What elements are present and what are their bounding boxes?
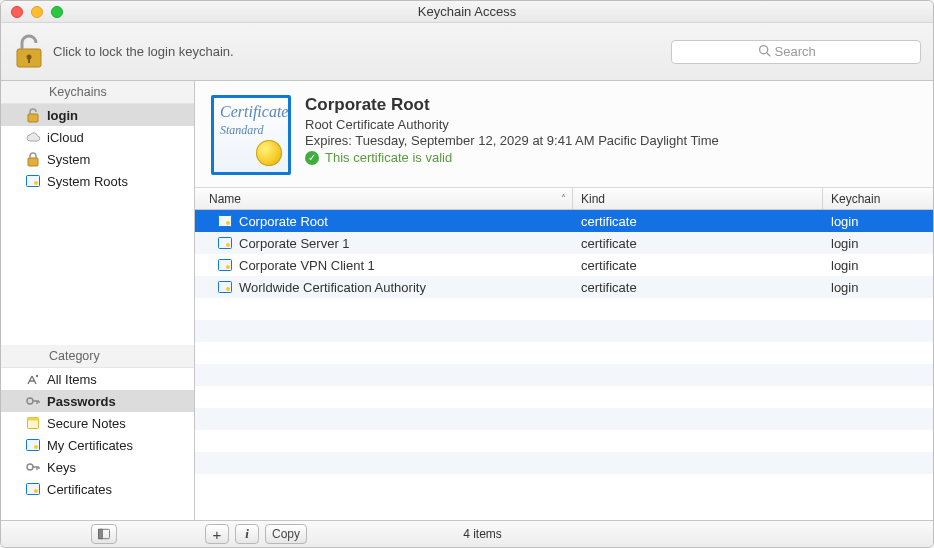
sidebar-item-label: iCloud	[47, 130, 84, 145]
column-keychain[interactable]: Keychain	[823, 188, 933, 209]
sidebar-item-label: Keys	[47, 460, 76, 475]
svg-point-22	[226, 265, 230, 269]
svg-point-13	[34, 445, 38, 449]
sidebar-item-keys[interactable]: Keys	[1, 456, 194, 478]
svg-point-20	[226, 243, 230, 247]
table-row[interactable]: Corporate Rootcertificatelogin	[195, 210, 933, 232]
zoom-window-icon[interactable]	[51, 6, 63, 18]
cell-name-label: Corporate Root	[239, 214, 328, 229]
column-kind[interactable]: Kind	[573, 188, 823, 209]
sidebar-item-my-certificates[interactable]: My Certificates	[1, 434, 194, 456]
sidebar-item-all-items[interactable]: All Items	[1, 368, 194, 390]
sidebar-toggle-button[interactable]	[91, 524, 117, 544]
cell-keychain: login	[823, 258, 933, 273]
sort-ascending-icon: ˄	[561, 193, 566, 204]
toolbar: Click to lock the login keychain.	[1, 23, 933, 81]
copy-button[interactable]: Copy	[265, 524, 307, 544]
lock-label: Click to lock the login keychain.	[53, 44, 234, 59]
window-title: Keychain Access	[1, 4, 933, 19]
sidebar-item-secure-notes[interactable]: Secure Notes	[1, 412, 194, 434]
close-window-icon[interactable]	[11, 6, 23, 18]
titlebar[interactable]: Keychain Access	[1, 1, 933, 23]
certificate-valid-status: ✓ This certificate is valid	[305, 150, 719, 165]
svg-point-7	[34, 181, 38, 185]
item-count-label: 4 items	[463, 527, 502, 541]
sidebar-item-label: login	[47, 108, 78, 123]
cell-name-label: Corporate Server 1	[239, 236, 350, 251]
certificate-icon	[25, 481, 41, 497]
column-keychain-label: Keychain	[831, 192, 880, 206]
table-row[interactable]: Corporate Server 1certificatelogin	[195, 232, 933, 254]
svg-rect-6	[27, 176, 40, 187]
svg-point-18	[226, 221, 230, 225]
certificate-icon	[217, 279, 233, 295]
cell-kind: certificate	[573, 236, 823, 251]
table-row[interactable]: Corporate VPN Client 1certificatelogin	[195, 254, 933, 276]
certificate-expires: Expires: Tuesday, September 12, 2029 at …	[305, 133, 719, 148]
keychains-header: Keychains	[1, 81, 194, 104]
certificate-text: Corporate Root Root Certificate Authorit…	[305, 95, 719, 175]
certificate-badge-icon: CertificateStandard	[211, 95, 291, 175]
search-input[interactable]	[775, 44, 835, 59]
sidebar-item-label: Secure Notes	[47, 416, 126, 431]
note-icon	[25, 415, 41, 431]
badge-line1: Certificate	[220, 103, 288, 120]
svg-rect-15	[27, 484, 40, 495]
badge-line2: Standard	[220, 123, 264, 137]
sidebar-item-login[interactable]: login	[1, 104, 194, 126]
table-row-empty	[195, 342, 933, 364]
seal-icon	[256, 140, 282, 166]
items-table: Name ˄ Kind Keychain Corporate Rootcerti…	[195, 188, 933, 520]
table-body[interactable]: Corporate RootcertificateloginCorporate …	[195, 210, 933, 520]
svg-line-3	[766, 52, 769, 55]
svg-point-14	[27, 464, 33, 470]
cell-name-label: Worldwide Certification Authority	[239, 280, 426, 295]
lock-keychain-button[interactable]: Click to lock the login keychain.	[13, 31, 234, 72]
statusbar: + i Copy 4 items	[1, 521, 933, 547]
svg-rect-23	[219, 282, 232, 293]
svg-point-2	[759, 45, 767, 53]
svg-rect-1	[28, 58, 30, 63]
sidebar-item-label: All Items	[47, 372, 97, 387]
sidebar-item-icloud[interactable]: iCloud	[1, 126, 194, 148]
svg-rect-17	[219, 216, 232, 227]
table-row[interactable]: Worldwide Certification Authoritycertifi…	[195, 276, 933, 298]
svg-rect-21	[219, 260, 232, 271]
svg-point-16	[34, 489, 38, 493]
keychains-list: loginiCloudSystemSystem Roots	[1, 104, 194, 192]
add-button[interactable]: +	[205, 524, 229, 544]
column-name[interactable]: Name ˄	[195, 188, 573, 209]
minimize-window-icon[interactable]	[31, 6, 43, 18]
sidebar-item-passwords[interactable]: Passwords	[1, 390, 194, 412]
certificate-valid-label: This certificate is valid	[325, 150, 452, 165]
svg-rect-19	[219, 238, 232, 249]
svg-point-8	[36, 375, 38, 377]
svg-rect-12	[27, 440, 40, 451]
association-icon	[25, 371, 41, 387]
table-row-empty	[195, 364, 933, 386]
certificate-icon	[217, 213, 233, 229]
search-field[interactable]	[671, 40, 921, 64]
info-button[interactable]: i	[235, 524, 259, 544]
padlock-open-icon	[13, 31, 45, 72]
table-header: Name ˄ Kind Keychain	[195, 188, 933, 210]
table-row-empty	[195, 320, 933, 342]
certificate-detail: CertificateStandard Corporate Root Root …	[195, 81, 933, 188]
main-pane: CertificateStandard Corporate Root Root …	[195, 81, 933, 520]
cell-name: Corporate VPN Client 1	[195, 257, 573, 273]
cell-name: Corporate Server 1	[195, 235, 573, 251]
table-row-empty	[195, 452, 933, 474]
certificate-title: Corporate Root	[305, 95, 719, 115]
cell-name: Worldwide Certification Authority	[195, 279, 573, 295]
cell-keychain: login	[823, 236, 933, 251]
cell-name-label: Corporate VPN Client 1	[239, 258, 375, 273]
my-cert-icon	[25, 437, 41, 453]
sidebar-item-system-roots[interactable]: System Roots	[1, 170, 194, 192]
padlock-open-icon	[25, 107, 41, 123]
sidebar-item-certificates[interactable]: Certificates	[1, 478, 194, 500]
cell-name: Corporate Root	[195, 213, 573, 229]
svg-rect-11	[28, 418, 39, 421]
cell-kind: certificate	[573, 258, 823, 273]
key-icon	[25, 393, 41, 409]
sidebar-item-system[interactable]: System	[1, 148, 194, 170]
